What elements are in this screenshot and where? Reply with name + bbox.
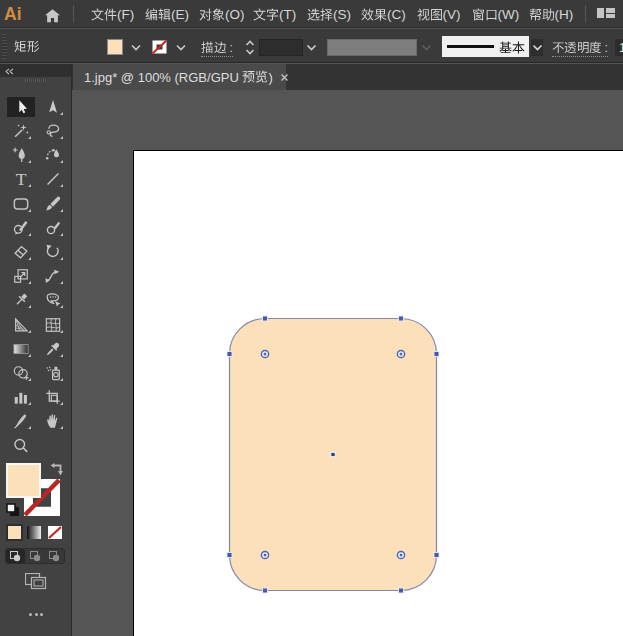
svg-text:T: T <box>16 169 27 189</box>
